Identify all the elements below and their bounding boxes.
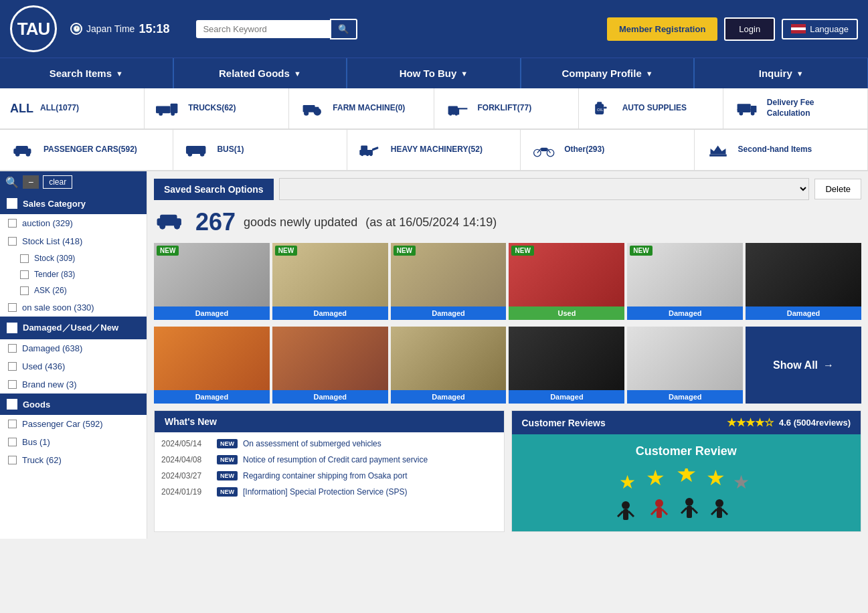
news-link-2[interactable]: Notice of resumption of Credit card paym… [243, 455, 428, 464]
sidebar-link-auction[interactable]: auction (329) [22, 218, 73, 228]
search-input[interactable] [196, 20, 330, 38]
category-second-hand[interactable]: Second-hand Items [695, 130, 868, 170]
oil-icon: OIL [589, 98, 616, 118]
news-link-3[interactable]: Regarding container shipping from Osaka … [243, 471, 407, 480]
checkbox-stock[interactable] [20, 254, 29, 263]
sidebar-clear-button[interactable]: clear [43, 175, 72, 189]
nav-inquiry[interactable]: Inquiry ▼ [695, 58, 868, 88]
car-image-10[interactable]: Damaged [509, 327, 624, 404]
category-auto-supplies[interactable]: OIL AUTO SUPPLIES [579, 88, 723, 128]
car-image-4[interactable]: NEW Used [509, 243, 624, 320]
sidebar-search-bar: 🔍 − clear [0, 171, 147, 193]
news-item-1: 2024/05/14 NEW On assessment of submerge… [161, 439, 497, 448]
svg-rect-10 [452, 108, 454, 114]
sidebar-link-stock-list[interactable]: Stock List (418) [22, 236, 82, 246]
checkbox-tender[interactable] [20, 270, 29, 279]
sidebar-item-tender[interactable]: Tender (83) [0, 266, 147, 282]
sidebar-condition-label: Damaged／Used／New [23, 322, 118, 334]
delete-button[interactable]: Delete [814, 179, 861, 199]
svg-rect-63 [657, 507, 662, 518]
sidebar-item-damaged[interactable]: Damaged (638) [0, 339, 147, 357]
sidebar-item-bus-goods[interactable]: Bus (1) [0, 433, 147, 451]
search-button[interactable]: 🔍 [330, 19, 357, 39]
sidebar-item-on-sale-soon[interactable]: on sale soon (330) [0, 298, 147, 317]
sidebar-sales-category-header[interactable]: Sales Category [0, 193, 147, 214]
news-link-4[interactable]: [Information] Special Protection Service… [243, 487, 407, 497]
car-image-9[interactable]: Damaged [391, 327, 507, 404]
checkbox-brand-new[interactable] [8, 380, 17, 389]
checkbox-auction[interactable] [8, 219, 17, 228]
svg-point-40 [366, 153, 369, 156]
svg-rect-50 [160, 214, 177, 220]
sidebar-link-ask[interactable]: ASK (26) [34, 286, 67, 295]
sidebar-item-truck-goods[interactable]: Truck (62) [0, 451, 147, 469]
checkbox-ask[interactable] [20, 286, 29, 295]
language-button[interactable]: Language [782, 19, 858, 39]
sidebar-link-truck-goods[interactable]: Truck (62) [22, 455, 62, 465]
sidebar-link-passenger-car[interactable]: Passenger Car (592) [22, 419, 103, 429]
sidebar-link-brand-new[interactable]: Brand new (3) [22, 379, 77, 389]
nav-search-items[interactable]: Search Items ▼ [0, 58, 173, 88]
news-badge-2: NEW [217, 455, 238, 464]
svg-rect-0 [156, 106, 171, 113]
checkbox-truck-goods[interactable] [8, 456, 17, 464]
new-badge-4: NEW [511, 246, 533, 256]
car-image-6[interactable]: Damaged [746, 243, 861, 320]
sidebar-link-tender[interactable]: Tender (83) [34, 270, 75, 279]
sidebar-minimize-button[interactable]: − [23, 175, 39, 189]
sidebar-item-stock[interactable]: Stock (309) [0, 250, 147, 266]
category-other[interactable]: Other(293) [521, 130, 694, 170]
sidebar-item-auction[interactable]: auction (329) [0, 214, 147, 232]
sidebar-condition-header[interactable]: Damaged／Used／New [0, 317, 147, 339]
saved-search-select[interactable] [279, 178, 810, 200]
category-heavy-machinery[interactable]: HEAVY MACHINERY(52) [347, 130, 521, 170]
checkbox-used[interactable] [8, 362, 17, 371]
car-image-1[interactable]: NEW Damaged [154, 243, 270, 320]
car-image-7[interactable]: Damaged [154, 327, 270, 404]
svg-line-60 [618, 511, 623, 517]
car-image-3[interactable]: NEW Damaged [391, 243, 507, 320]
category-delivery-fee[interactable]: Delivery Fee Calculation [723, 88, 868, 128]
sidebar-item-ask[interactable]: ASK (26) [0, 282, 147, 298]
logo[interactable]: TAU [10, 5, 57, 52]
sidebar-link-damaged[interactable]: Damaged (638) [22, 343, 82, 353]
checkbox-bus-goods[interactable] [8, 438, 17, 446]
category-all[interactable]: ALL ALL(1077) [0, 88, 145, 128]
nav-related-goods[interactable]: Related Goods ▼ [174, 58, 347, 88]
sidebar-item-brand-new[interactable]: Brand new (3) [0, 375, 147, 393]
nav-how-to-buy[interactable]: How To Buy ▼ [347, 58, 521, 88]
news-link-1[interactable]: On assessment of submerged vehicles [243, 439, 381, 448]
sidebar-link-stock[interactable]: Stock (309) [34, 254, 75, 263]
member-registration-button[interactable]: Member Registration [607, 17, 717, 41]
checkbox-damaged[interactable] [8, 344, 17, 353]
checkbox-on-sale-soon[interactable] [8, 303, 17, 312]
nav-company-profile[interactable]: Company Profile ▼ [521, 58, 695, 88]
svg-point-58 [622, 501, 630, 509]
car-image-8[interactable]: Damaged [272, 327, 388, 404]
category-passenger-cars[interactable]: PASSENGER CARS(592) [0, 130, 173, 170]
category-farm-machine[interactable]: FARM MACHINE(0) [289, 88, 434, 128]
car-image-11[interactable]: Damaged [627, 327, 743, 404]
reviews-stars: ★★★★☆ [727, 416, 774, 429]
checkbox-passenger-car[interactable] [8, 420, 17, 428]
category-trucks[interactable]: TRUCKS(62) [145, 88, 289, 128]
nav-search-items-label: Search Items [50, 68, 112, 79]
category-bus[interactable]: BUS(1) [173, 130, 347, 170]
show-all-button[interactable]: Show All → [746, 327, 861, 404]
login-button[interactable]: Login [724, 17, 775, 41]
sidebar-item-stock-list[interactable]: Stock List (418) [0, 232, 147, 250]
category-forklift[interactable]: FORKLIFT(77) [434, 88, 579, 128]
sidebar-item-used[interactable]: Used (436) [0, 357, 147, 375]
sidebar-link-on-sale-soon[interactable]: on sale soon (330) [22, 302, 94, 313]
reviews-header-label: Customer Reviews [522, 418, 606, 428]
car-image-2[interactable]: NEW Damaged [272, 243, 388, 320]
sidebar-link-bus-goods[interactable]: Bus (1) [22, 437, 50, 447]
sidebar-goods-header[interactable]: Goods [0, 393, 147, 415]
svg-line-61 [628, 511, 634, 517]
sidebar-link-used[interactable]: Used (436) [22, 361, 65, 371]
checkbox-stock-list[interactable] [8, 237, 17, 246]
car-image-5[interactable]: NEW Damaged [627, 243, 743, 320]
svg-rect-4 [303, 105, 315, 112]
condition-badge-11: Damaged [627, 390, 743, 404]
sidebar-item-passenger-car[interactable]: Passenger Car (592) [0, 415, 147, 433]
